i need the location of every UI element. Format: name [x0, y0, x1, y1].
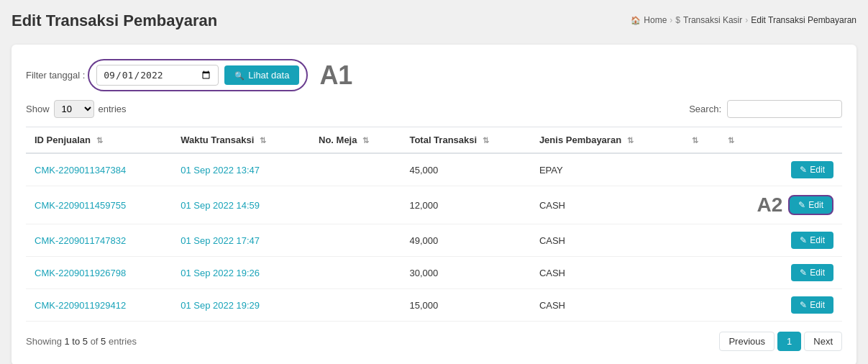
id-link[interactable]: CMK-2209011929412 [35, 300, 126, 311]
page-title: Edit Transaksi Pembayaran [12, 12, 217, 30]
action-cell: Edit [725, 161, 833, 178]
home-icon [631, 15, 641, 25]
cell-meja [310, 257, 401, 289]
col-jenis: Jenis Pembayaran ⇅ [531, 127, 680, 154]
pencil-icon [800, 235, 807, 245]
action-cell: Edit [725, 232, 833, 249]
show-label: Show [26, 104, 50, 114]
cell-action: Edit [716, 289, 842, 322]
breadcrumb-home[interactable]: Home [644, 15, 667, 25]
col-action1: ⇅ [680, 127, 716, 154]
breadcrumb-transaksi[interactable]: Transaksi Kasir [683, 15, 742, 25]
cell-waktu: 01 Sep 2022 19:29 [172, 289, 310, 322]
waktu-text: 01 Sep 2022 19:29 [181, 300, 260, 311]
cell-id: CMK-2209011347384 [26, 153, 172, 186]
next-button[interactable]: Next [804, 332, 842, 351]
cell-waktu: 01 Sep 2022 19:26 [172, 257, 310, 289]
cell-total: 12,000 [401, 186, 530, 224]
previous-button[interactable]: Previous [719, 332, 775, 351]
pencil-icon [800, 165, 807, 175]
cell-id: CMK-2209011747832 [26, 224, 172, 257]
cell-jenis: CASH [531, 289, 680, 322]
edit-button[interactable]: Edit [791, 161, 833, 178]
pencil-icon [798, 200, 805, 210]
cell-meja [310, 224, 401, 257]
cell-total: 30,000 [401, 257, 530, 289]
cell-jenis: CASH [531, 186, 680, 224]
edit-button[interactable]: Edit [791, 296, 833, 314]
search-input[interactable] [727, 100, 842, 118]
search-label: Search: [689, 104, 721, 114]
col-no-meja: No. Meja ⇅ [310, 127, 401, 154]
table-row: CMK-2209011926798 01 Sep 2022 19:26 30,0… [26, 257, 842, 289]
page-1-button[interactable]: 1 [777, 332, 801, 351]
cell-waktu: 01 Sep 2022 14:59 [172, 186, 310, 224]
cell-empty [680, 224, 716, 257]
id-link[interactable]: CMK-2209011926798 [35, 268, 126, 278]
search-icon [234, 70, 245, 81]
cell-action: Edit [716, 224, 842, 257]
waktu-text: 01 Sep 2022 13:47 [181, 165, 260, 176]
action-cell: Edit [725, 296, 833, 314]
cell-action: Edit [716, 257, 842, 289]
col-waktu: Waktu Transaksi ⇅ [172, 127, 310, 154]
cell-empty [680, 289, 716, 322]
filter-label: Filter tanggal : [26, 70, 85, 81]
date-input[interactable] [96, 65, 219, 86]
cell-empty [680, 153, 716, 186]
cell-meja [310, 289, 401, 322]
waktu-text: 01 Sep 2022 14:59 [181, 200, 260, 211]
sort-icon-a2[interactable]: ⇅ [728, 136, 734, 145]
id-link[interactable]: CMK-2209011347384 [35, 165, 126, 176]
main-card: Filter tanggal : Lihat data A1 Show 10 2… [12, 45, 856, 364]
cell-total: 49,000 [401, 224, 530, 257]
col-total: Total Transaksi ⇅ [401, 127, 530, 154]
pencil-icon [800, 268, 807, 278]
sort-icon-meja[interactable]: ⇅ [362, 136, 369, 145]
waktu-text: 01 Sep 2022 19:26 [181, 268, 260, 278]
lihat-data-button[interactable]: Lihat data [224, 65, 299, 85]
edit-button[interactable]: Edit [791, 264, 833, 281]
cell-action: A2 Edit [716, 186, 842, 224]
show-entries: Show 10 25 50 100 entries [26, 100, 127, 118]
waktu-text: 01 Sep 2022 17:47 [181, 235, 260, 246]
pagination: Previous 1 Next [719, 332, 842, 351]
cell-total: 45,000 [401, 153, 530, 186]
sort-icon-a1[interactable]: ⇅ [692, 136, 698, 145]
showing-range: 1 to 5 [64, 336, 88, 347]
id-link[interactable]: CMK-2209011459755 [35, 200, 126, 211]
cell-total: 15,000 [401, 289, 530, 322]
sort-icon-jenis[interactable]: ⇅ [627, 136, 634, 145]
action-cell: Edit [725, 264, 833, 281]
breadcrumb-sep2: › [745, 15, 748, 25]
id-link[interactable]: CMK-2209011747832 [35, 235, 126, 246]
sort-icon-id[interactable]: ⇅ [96, 136, 103, 145]
dollar-icon [675, 15, 680, 25]
action-cell: A2 Edit [725, 194, 833, 217]
entries-select[interactable]: 10 25 50 100 [54, 100, 94, 118]
col-action2: ⇅ [716, 127, 842, 154]
table-row: CMK-2209011459755 01 Sep 2022 14:59 12,0… [26, 186, 842, 224]
showing-total: 5 [101, 336, 106, 347]
transactions-table: ID Penjualan ⇅ Waktu Transaksi ⇅ No. Mej… [26, 127, 842, 322]
cell-meja [310, 153, 401, 186]
cell-waktu: 01 Sep 2022 13:47 [172, 153, 310, 186]
breadcrumb-sep1: › [670, 15, 672, 25]
sort-icon-total[interactable]: ⇅ [483, 136, 489, 145]
cell-id: CMK-2209011459755 [26, 186, 172, 224]
table-row: CMK-2209011347384 01 Sep 2022 13:47 45,0… [26, 153, 842, 186]
cell-waktu: 01 Sep 2022 17:47 [172, 224, 310, 257]
table-row: CMK-2209011747832 01 Sep 2022 17:47 49,0… [26, 224, 842, 257]
breadcrumb: Home › Transaksi Kasir › Edit Transaksi … [631, 15, 856, 25]
edit-button[interactable]: Edit [788, 195, 833, 215]
annotation-a2: A2 [757, 194, 783, 217]
col-id-penjualan: ID Penjualan ⇅ [26, 127, 172, 154]
footer-row: Showing 1 to 5 of 5 entries Previous 1 N… [26, 332, 842, 351]
edit-button[interactable]: Edit [791, 232, 833, 249]
annotation-a1: A1 [319, 60, 352, 91]
showing-text: Showing 1 to 5 of 5 entries [26, 336, 137, 347]
filter-group: Lihat data [88, 59, 308, 91]
cell-meja [310, 186, 401, 224]
lihat-data-label: Lihat data [248, 70, 289, 81]
sort-icon-waktu[interactable]: ⇅ [260, 136, 266, 145]
